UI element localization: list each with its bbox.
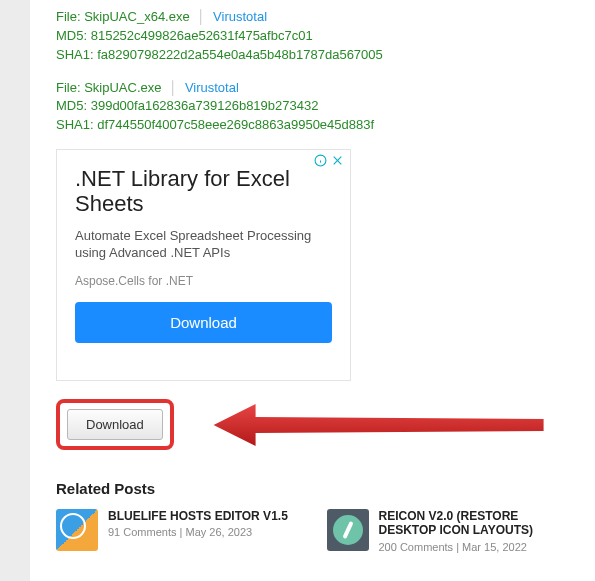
md5-value: 399d00fa162836a739126b819b273432 [91, 98, 319, 113]
separator: │ [165, 80, 181, 95]
post-date: May 26, 2023 [185, 526, 252, 538]
md5-value: 815252c499826ae52631f475afbc7c01 [91, 28, 313, 43]
post-thumbnail-icon [327, 509, 369, 551]
close-icon[interactable] [331, 154, 344, 167]
ad-download-button[interactable]: Download [75, 302, 332, 343]
download-highlight-box: Download [56, 399, 174, 450]
related-posts-section: Related Posts BLUELIFE HOSTS EDITOR V1.5… [56, 480, 575, 553]
file-name: SkipUAC_x64.exe [84, 9, 190, 24]
file-label: File: [56, 80, 81, 95]
post-title: BLUELIFE HOSTS EDITOR V1.5 [108, 509, 288, 523]
file-info-block-2: File: SkipUAC.exe │ Virustotal MD5: 399d… [56, 79, 575, 136]
related-post[interactable]: REICON V2.0 (RESTORE DESKTOP ICON LAYOUT… [327, 509, 576, 553]
post-comments: 200 Comments [379, 541, 454, 553]
file-label: File: [56, 9, 81, 24]
md5-label: MD5: [56, 98, 87, 113]
ad-title: .NET Library for Excel Sheets [75, 166, 332, 217]
file-info-block-1: File: SkipUAC_x64.exe │ Virustotal MD5: … [56, 8, 575, 65]
related-post[interactable]: BLUELIFE HOSTS EDITOR V1.5 91 Comments |… [56, 509, 305, 553]
download-button[interactable]: Download [67, 409, 163, 440]
info-icon [314, 154, 327, 167]
sha1-value: df744550f4007c58eee269c8863a9950e45d883f [97, 117, 374, 132]
post-meta: 91 Comments | May 26, 2023 [108, 526, 288, 538]
separator: │ [193, 9, 209, 24]
file-name: SkipUAC.exe [84, 80, 161, 95]
ad-description: Automate Excel Spreadsheet Processing us… [75, 227, 332, 262]
sha1-value: fa8290798222d2a554e0a4a5b48b1787da567005 [97, 47, 383, 62]
virustotal-link[interactable]: Virustotal [213, 9, 267, 24]
arrow-annotation-icon [192, 402, 575, 448]
md5-label: MD5: [56, 28, 87, 43]
post-meta: 200 Comments | Mar 15, 2022 [379, 541, 576, 553]
ad-container: .NET Library for Excel Sheets Automate E… [56, 149, 351, 381]
post-thumbnail-icon [56, 509, 98, 551]
sha1-label: SHA1: [56, 117, 94, 132]
related-heading: Related Posts [56, 480, 575, 497]
sha1-label: SHA1: [56, 47, 94, 62]
post-comments: 91 Comments [108, 526, 176, 538]
post-title: REICON V2.0 (RESTORE DESKTOP ICON LAYOUT… [379, 509, 576, 538]
post-date: Mar 15, 2022 [462, 541, 527, 553]
ad-brand: Aspose.Cells for .NET [75, 274, 332, 288]
ad-info-icons[interactable] [314, 154, 344, 167]
download-row: Download [56, 399, 575, 450]
virustotal-link[interactable]: Virustotal [185, 80, 239, 95]
